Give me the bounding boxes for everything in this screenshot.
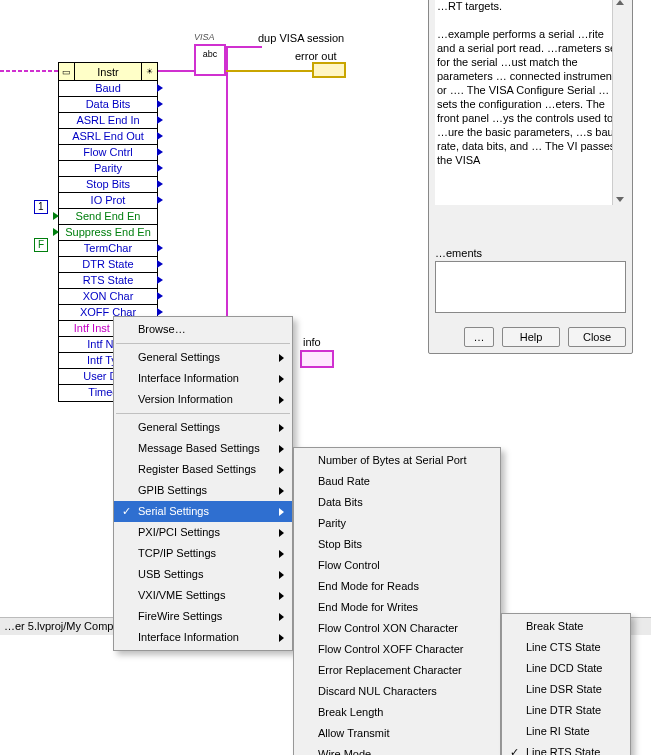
property-row[interactable]: DTR State: [59, 257, 157, 273]
star-icon: ☀: [141, 63, 157, 80]
property-row[interactable]: ASRL End Out: [59, 129, 157, 145]
wire: [158, 70, 194, 72]
visa-node[interactable]: VISA abc: [194, 44, 226, 76]
property-row[interactable]: Data Bits: [59, 97, 157, 113]
menu-item[interactable]: Serial Settings: [114, 501, 292, 522]
label-error-out: error out: [295, 50, 337, 62]
menu-item[interactable]: Interface Information: [114, 627, 292, 648]
property-context-menu[interactable]: Browse…General SettingsInterface Informa…: [113, 316, 293, 651]
wire: [226, 70, 312, 72]
close-button[interactable]: Close: [568, 327, 626, 347]
property-row[interactable]: RTS State: [59, 273, 157, 289]
class-name: Instr: [75, 63, 141, 80]
label-dup-session: dup VISA session: [258, 32, 344, 44]
property-row[interactable]: Flow Cntrl: [59, 145, 157, 161]
class-glyph: ▭: [59, 63, 75, 80]
wire: [0, 70, 58, 72]
menu-item[interactable]: Line DSR State: [502, 679, 630, 700]
info-subvi[interactable]: [300, 350, 334, 368]
property-row[interactable]: Suppress End En: [59, 225, 157, 241]
menu-separator: [116, 343, 290, 344]
error-out-terminal[interactable]: [312, 62, 346, 78]
menu-item[interactable]: Line DCD State: [502, 658, 630, 679]
menu-item[interactable]: TCP/IP Settings: [114, 543, 292, 564]
menu-item[interactable]: Parity: [294, 513, 500, 534]
menu-item[interactable]: Register Based Settings: [114, 459, 292, 480]
scrollbar[interactable]: [612, 0, 626, 205]
menu-item[interactable]: FireWire Settings: [114, 606, 292, 627]
menu-item[interactable]: Line RTS State: [502, 742, 630, 755]
menu-item[interactable]: Flow Control XON Character: [294, 618, 500, 639]
help-button[interactable]: Help: [502, 327, 560, 347]
menu-item[interactable]: Discard NUL Characters: [294, 681, 500, 702]
menu-item[interactable]: General Settings: [114, 417, 292, 438]
property-row[interactable]: XON Char: [59, 289, 157, 305]
property-row[interactable]: ASRL End In: [59, 113, 157, 129]
property-row[interactable]: IO Prot: [59, 193, 157, 209]
menu-item[interactable]: Allow Transmit: [294, 723, 500, 744]
menu-item[interactable]: Stop Bits: [294, 534, 500, 555]
property-row[interactable]: TermChar: [59, 241, 157, 257]
menu-item[interactable]: Wire Mode: [294, 744, 500, 755]
menu-separator: [116, 413, 290, 414]
menu-item[interactable]: Interface Information: [114, 368, 292, 389]
menu-item[interactable]: End Mode for Reads: [294, 576, 500, 597]
boolean-constant[interactable]: F: [34, 238, 48, 252]
menu-item[interactable]: Error Replacement Character: [294, 660, 500, 681]
menu-item[interactable]: Break State: [502, 616, 630, 637]
property-row[interactable]: Send End En: [59, 209, 157, 225]
menu-item[interactable]: Flow Control: [294, 555, 500, 576]
context-help-window[interactable]: …RT targets. …example performs a serial …: [428, 0, 633, 354]
menu-item[interactable]: GPIB Settings: [114, 480, 292, 501]
menu-item[interactable]: Flow Control XOFF Character: [294, 639, 500, 660]
property-row[interactable]: Stop Bits: [59, 177, 157, 193]
menu-item[interactable]: Line CTS State: [502, 637, 630, 658]
property-node-header[interactable]: ▭ Instr ☀: [59, 63, 157, 81]
requirements-label: …ements: [435, 247, 626, 259]
numeric-constant[interactable]: 1: [34, 200, 48, 214]
visa-caption: VISA: [194, 32, 215, 42]
menu-item[interactable]: VXI/VME Settings: [114, 585, 292, 606]
menu-item[interactable]: Data Bits: [294, 492, 500, 513]
menu-item[interactable]: Line RI State: [502, 721, 630, 742]
menu-item[interactable]: General Settings: [114, 347, 292, 368]
property-row[interactable]: Parity: [59, 161, 157, 177]
info-label: info: [303, 336, 321, 348]
menu-item[interactable]: End Mode for Writes: [294, 597, 500, 618]
menu-item[interactable]: Line DTR State: [502, 700, 630, 721]
help-description: …RT targets. …example performs a serial …: [435, 0, 626, 205]
menu-item[interactable]: USB Settings: [114, 564, 292, 585]
visa-abc-text: abc: [196, 49, 224, 60]
menu-item[interactable]: Version Information: [114, 389, 292, 410]
menu-item[interactable]: Message Based Settings: [114, 438, 292, 459]
menu-item[interactable]: PXI/PCI Settings: [114, 522, 292, 543]
menu-item[interactable]: Number of Bytes at Serial Port: [294, 450, 500, 471]
menu-item[interactable]: Browse…: [114, 319, 292, 340]
wire: [226, 46, 262, 48]
requirements-box: [435, 261, 626, 313]
property-row[interactable]: Baud: [59, 81, 157, 97]
serial-settings-submenu[interactable]: Number of Bytes at Serial PortBaud RateD…: [293, 447, 501, 755]
modem-line-submenu[interactable]: Break StateLine CTS StateLine DCD StateL…: [501, 613, 631, 755]
menu-item[interactable]: Baud Rate: [294, 471, 500, 492]
diagram-canvas[interactable]: dup VISA session error out VISA abc ▭ In…: [0, 0, 651, 755]
menu-item[interactable]: Break Length: [294, 702, 500, 723]
more-button[interactable]: …: [464, 327, 494, 347]
